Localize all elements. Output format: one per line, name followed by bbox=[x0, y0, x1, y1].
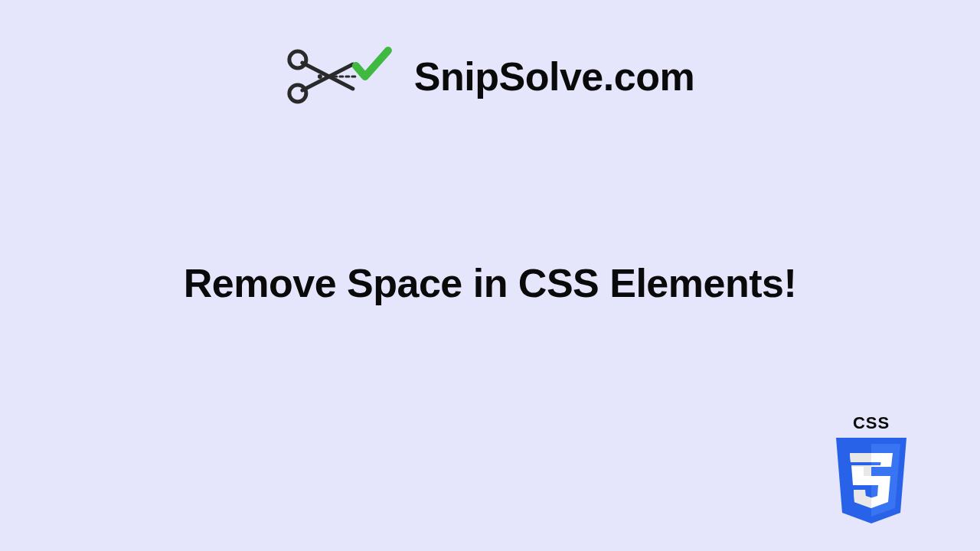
site-title: SnipSolve.com bbox=[414, 54, 694, 99]
scissors-check-logo bbox=[286, 46, 393, 107]
site-header: SnipSolve.com bbox=[286, 46, 694, 107]
svg-point-0 bbox=[289, 51, 306, 68]
page-headline: Remove Space in CSS Elements! bbox=[184, 260, 796, 306]
css-label: CSS bbox=[853, 413, 890, 433]
svg-point-1 bbox=[289, 85, 306, 102]
svg-point-2 bbox=[318, 74, 322, 79]
css3-shield-icon bbox=[831, 438, 911, 528]
css3-badge: CSS bbox=[831, 413, 911, 528]
